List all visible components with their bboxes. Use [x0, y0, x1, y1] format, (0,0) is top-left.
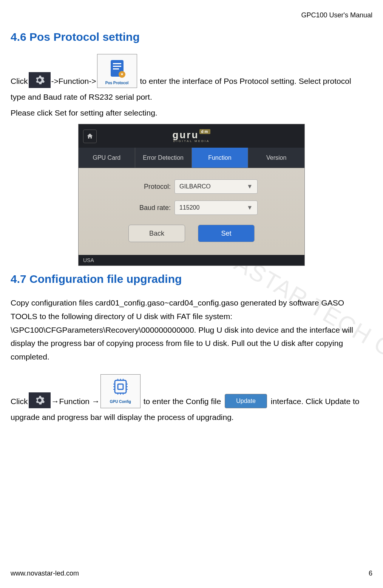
section-4-7-last-line: upgrade and progress bar will display th… — [11, 411, 372, 424]
footer-page-number: 6 — [369, 569, 372, 577]
section-4-6-line-2: type and Baud rate of RS232 serial port. — [11, 90, 372, 104]
baud-dropdown[interactable]: 115200 ▼ — [175, 201, 258, 215]
settings-gear-icon — [29, 392, 51, 408]
section-4-7-heading: 4.7 Configuration file upgrading — [11, 273, 372, 286]
brand-badge: dm — [199, 129, 210, 134]
baud-label: Baud rate: — [125, 204, 171, 212]
pos-protocol-icon: Pos Protocol — [97, 54, 137, 88]
section-4-7-para: Copy configuration files card01_config.g… — [11, 296, 372, 363]
svg-rect-3 — [113, 68, 119, 69]
text-config-file: to enter the Config file — [141, 395, 223, 408]
section-4-7-click-line: Click →Function → — [11, 374, 372, 408]
device-tabs: GPU Card Error Detection Function Versio… — [79, 148, 304, 168]
text-arrow-function-2: →Function → — [51, 395, 100, 408]
update-button-inline: Update — [225, 394, 267, 408]
set-button[interactable]: Set — [198, 225, 255, 242]
gpu-config-icon: GPU Config — [100, 374, 141, 408]
protocol-label: Protocol: — [125, 183, 171, 191]
device-screenshot: gurudm DIGITAL MEDIA GPU Card Error Dete… — [78, 124, 305, 266]
back-button[interactable]: Back — [128, 225, 185, 242]
section-4-6-heading: 4.6 Pos Protocol setting — [11, 31, 372, 43]
pos-protocol-label: Pos Protocol — [105, 80, 129, 86]
gpu-config-label: GPU Config — [110, 398, 131, 405]
tab-error-detection[interactable]: Error Detection — [135, 148, 192, 168]
protocol-dropdown[interactable]: GILBARCO ▼ — [175, 179, 258, 194]
home-icon[interactable] — [83, 130, 97, 143]
svg-rect-6 — [118, 384, 123, 389]
text-click-2: Click — [11, 395, 28, 408]
device-topbar: gurudm DIGITAL MEDIA — [79, 124, 304, 148]
svg-rect-2 — [113, 66, 121, 67]
brand-subtitle: DIGITAL MEDIA — [173, 139, 211, 143]
device-form: Protocol: GILBARCO ▼ Baud rate: 115200 ▼… — [79, 168, 304, 255]
svg-rect-1 — [113, 63, 121, 64]
chevron-down-icon: ▼ — [247, 183, 253, 190]
text-click: Click — [11, 74, 28, 88]
chevron-down-icon: ▼ — [247, 204, 253, 211]
device-footer-region: USA — [79, 255, 304, 265]
text-rest-1: to enter the interface of Pos Protocol s… — [138, 74, 351, 88]
section-4-6-line-3: Please click Set for setting after selec… — [11, 106, 372, 120]
tab-version[interactable]: Version — [248, 148, 304, 168]
svg-rect-5 — [115, 380, 126, 393]
tab-gpu-card[interactable]: GPU Card — [79, 148, 135, 168]
text-interface-click: interface. Click Update to — [269, 395, 359, 408]
baud-value: 115200 — [179, 204, 199, 211]
footer-url: www.novastar-led.com — [11, 569, 79, 577]
tab-function[interactable]: Function — [192, 148, 249, 168]
doc-header-title: GPC100 User's Manual — [11, 11, 372, 19]
settings-gear-icon — [29, 72, 51, 88]
section-4-6-line-1: Click ->Function-> Pos Protocol to enter… — [11, 54, 372, 88]
protocol-value: GILBARCO — [179, 183, 211, 190]
brand-logo: gurudm DIGITAL MEDIA — [173, 129, 211, 143]
brand-name: guru — [173, 129, 199, 140]
text-arrow-function: ->Function-> — [51, 74, 96, 88]
